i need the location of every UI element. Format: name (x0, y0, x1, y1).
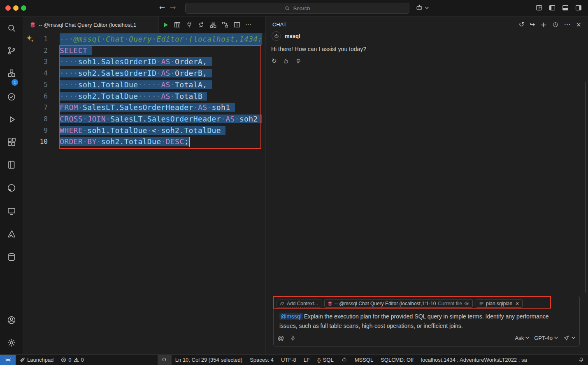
macos-zoom-button[interactable] (21, 5, 26, 11)
line-number: 10 (23, 136, 48, 147)
code-lines[interactable]: --·@mssql·Chat·Query·Editor·(localhost,1… (60, 33, 262, 355)
language-status[interactable]: {} SQL (314, 355, 337, 365)
editor-tab[interactable]: -- @mssql Chat Query Editor (localhost,1 (23, 16, 159, 33)
code-line[interactable]: ····soh2.TotalDue·····AS·TotalB (60, 91, 207, 102)
editor-tab-bar: -- @mssql Chat Query Editor (localhost,1… (23, 16, 265, 33)
macos-close-button[interactable] (5, 5, 11, 11)
line-number: 2 (23, 45, 48, 56)
disconnect-plug-icon[interactable] (186, 21, 193, 28)
redo-icon[interactable]: ↪ (530, 21, 535, 28)
connection-status[interactable]: localhost,1434 : AdventureWorksLT2022 : … (417, 355, 531, 365)
code-line[interactable]: ····soh1.SalesOrderID·AS·OrderA, (60, 56, 212, 68)
remote-indicator[interactable]: >< (0, 355, 16, 365)
copilot-status[interactable] (337, 355, 351, 365)
toggle-panel-icon[interactable] (562, 4, 569, 12)
results-grid-icon[interactable] (174, 21, 181, 28)
mention-chip[interactable]: @mssql (279, 313, 303, 320)
editor-content[interactable]: 12345678910 --·@mssql·Chat·Query·Editor·… (23, 33, 265, 354)
copilot-menu[interactable] (415, 4, 429, 12)
sidebar-item-packages[interactable] (7, 68, 16, 78)
thumbs-up-icon[interactable] (283, 58, 289, 64)
toggle-secondary-sidebar-icon[interactable] (575, 4, 582, 12)
cursor-position-status[interactable]: Ln 10, Col 29 (354 selected) (172, 355, 246, 365)
chat-scrollbar[interactable] (585, 82, 586, 292)
zoom-indicator[interactable] (158, 355, 172, 365)
activity-bar: 1 (0, 16, 23, 354)
sidebar-item-azure[interactable] (7, 229, 16, 239)
add-context-button[interactable]: Add Context... (277, 299, 321, 308)
code-line[interactable]: ····soh2.SalesOrderID·AS·OrderB, (60, 68, 212, 79)
line-number: 9 (23, 125, 48, 136)
sidebar-item-mssql[interactable] (7, 252, 16, 262)
chat-message-author: mssql (285, 33, 300, 39)
sidebar-item-extensions[interactable] (7, 137, 16, 147)
code-line[interactable]: --·@mssql·Chat·Query·Editor·(localhost,1… (60, 33, 262, 45)
history-icon[interactable] (552, 21, 559, 28)
line-number: 6 (23, 91, 48, 102)
mssql-status[interactable]: MSSQL (351, 355, 377, 365)
sidebar-item-run-debug[interactable] (7, 115, 16, 124)
sidebar-item-testing[interactable] (7, 92, 16, 102)
code-line[interactable]: WHERE·soh1.TotalDue·<·soh2.TotalDue (60, 125, 225, 136)
line-number: 3 (23, 56, 48, 68)
indentation-status[interactable]: Spaces: 4 (246, 355, 277, 365)
chat-input[interactable]: @mssqlExplain the execution plan for the… (279, 312, 551, 331)
context-chip-current-file[interactable]: -- @mssql Chat Query Editor (localhost,1… (324, 299, 473, 308)
sidebar-item-notebook[interactable] (7, 160, 16, 170)
sidebar-item-source-control[interactable] (7, 46, 16, 56)
run-query-button[interactable] (162, 21, 169, 28)
schema-compare-icon[interactable] (209, 21, 217, 28)
back-arrow-icon[interactable]: ← (159, 3, 165, 12)
sqlcmd-status[interactable]: SQLCMD: Off (377, 355, 417, 365)
sidebar-item-remote-explorer[interactable] (7, 206, 16, 216)
undo-icon[interactable]: ↺ (519, 21, 524, 28)
code-line[interactable]: ····soh1.TotalDue·····AS·TotalA, (60, 79, 212, 91)
database-icon (328, 301, 332, 306)
code-line[interactable]: ORDER·BY·soh2.TotalDue·DESC; (60, 136, 189, 147)
close-icon[interactable]: × (515, 301, 519, 307)
list-icon (479, 301, 484, 306)
model-label: GPT-4o (534, 335, 553, 341)
code-line[interactable]: CROSS·JOIN·SalesLT.SalesOrderHeader·AS·s… (60, 113, 262, 125)
text-cursor (189, 137, 190, 147)
notifications-bell[interactable] (574, 355, 588, 365)
launchpad-status[interactable]: Launchpad (16, 355, 57, 365)
command-center-search[interactable]: Search (185, 3, 409, 14)
code-line[interactable]: SELECT (60, 45, 92, 56)
sidebar-item-search[interactable] (7, 23, 16, 33)
more-icon[interactable]: ⋯ (564, 21, 571, 28)
query-plan-icon[interactable] (221, 21, 229, 28)
problems-status[interactable]: 0 0 (57, 355, 87, 365)
forward-arrow-icon[interactable]: → (170, 3, 176, 12)
thumbs-down-icon[interactable] (295, 58, 302, 64)
database-icon (30, 22, 36, 28)
chat-input-container[interactable]: Add Context... -- @mssql Chat Query Edit… (273, 296, 580, 346)
remote-icon: >< (5, 357, 10, 363)
macos-minimize-button[interactable] (13, 5, 19, 11)
model-dropdown[interactable]: GPT-4o (534, 335, 558, 341)
split-editor-icon[interactable] (233, 21, 241, 28)
regenerate-icon[interactable]: ↻ (272, 58, 277, 64)
mention-icon[interactable]: @ (278, 335, 284, 342)
chevron-down-icon (572, 337, 575, 339)
customize-layout-icon[interactable] (535, 4, 543, 12)
sidebar-item-accounts[interactable] (7, 315, 16, 325)
eye-icon[interactable] (464, 301, 469, 306)
sidebar-item-settings[interactable] (7, 338, 16, 348)
code-line[interactable]: FROM·SalesLT.SalesOrderHeader·AS·soh1 (60, 102, 235, 113)
chat-panel-title: CHAT (272, 22, 287, 28)
encoding-status[interactable]: UTF-8 (277, 355, 300, 365)
new-chat-icon[interactable]: + (541, 21, 547, 28)
send-icon (563, 335, 570, 342)
estimated-plan-icon[interactable] (198, 21, 205, 28)
context-chip-plan-file[interactable]: plan.sqlplan × (476, 299, 523, 308)
toggle-sidebar-icon[interactable] (548, 4, 556, 12)
send-button[interactable] (563, 335, 575, 342)
mode-dropdown[interactable]: Ask (515, 335, 530, 341)
microphone-icon[interactable] (290, 335, 296, 341)
eol-status[interactable]: LF (300, 355, 314, 365)
copilot-icon (415, 4, 423, 12)
close-icon[interactable]: × (576, 21, 581, 28)
sidebar-item-github[interactable] (7, 183, 16, 193)
more-actions-icon[interactable]: ⋯ (245, 21, 251, 28)
